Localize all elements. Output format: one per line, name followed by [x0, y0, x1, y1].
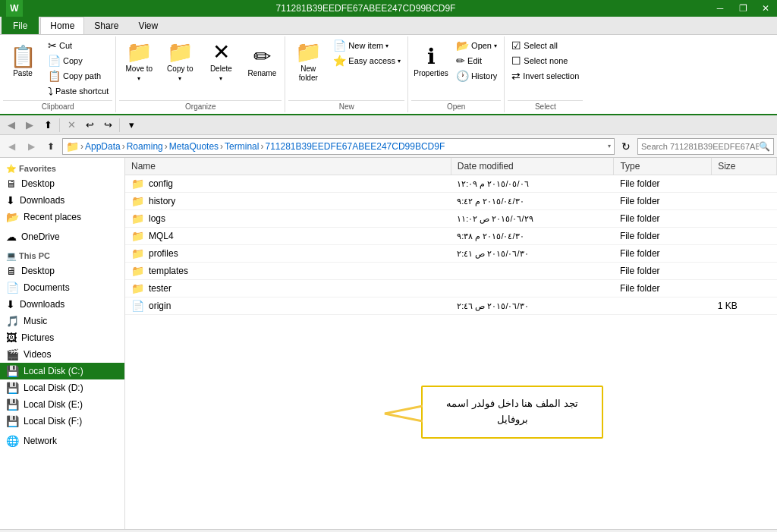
- sidebar-item-recent[interactable]: 📂 Recent places: [0, 209, 124, 225]
- sidebar-item-label: Documents: [24, 282, 70, 293]
- sidebar-item-local-c[interactable]: 💾 Local Disk (C:): [0, 363, 124, 379]
- select-none-button[interactable]: ☐ Select none: [508, 53, 583, 68]
- paste-button[interactable]: 📋 Paste: [3, 38, 42, 87]
- up-button[interactable]: ⬆: [39, 117, 56, 134]
- cell-size: [712, 228, 777, 245]
- rename-button[interactable]: ✏ Rename: [242, 38, 282, 87]
- sidebar-item-pictures[interactable]: 🖼 Pictures: [0, 329, 124, 346]
- refresh-button[interactable]: ↻: [618, 138, 634, 155]
- table-row[interactable]: 📁 logs ٢٠١٥/٠٦/٢٩ ص ١١:٠٢ File folder: [125, 210, 777, 228]
- sidebar-item-label: Downloads: [20, 299, 64, 310]
- breadcrumb-terminal[interactable]: Terminal: [225, 141, 259, 152]
- sidebar-item-documents[interactable]: 📄 Documents: [0, 279, 124, 296]
- col-date[interactable]: Date modified: [451, 158, 614, 175]
- col-type[interactable]: Type: [614, 158, 712, 175]
- close-button[interactable]: ✕: [754, 0, 777, 17]
- search-box[interactable]: 🔍: [637, 138, 774, 155]
- customize-button[interactable]: ▾: [123, 117, 140, 134]
- sidebar-item-local-e[interactable]: 💾 Local Disk (E:): [0, 396, 124, 413]
- open-button[interactable]: 📂 Open ▾: [452, 38, 501, 53]
- status-bar: 7 items: [0, 529, 777, 532]
- cut-button[interactable]: ✂ Cut: [44, 38, 112, 53]
- table-row[interactable]: 📁 MQL4 ٢٠١٥/٠٤/٣٠ م ٩:٣٨ File folder: [125, 228, 777, 245]
- table-row[interactable]: 📁 profiles ٢٠١٥/٠٦/٣٠ ص ٢:٤١ File folder: [125, 245, 777, 263]
- local-f-icon: 💾: [6, 415, 19, 427]
- downloads-pc-icon: ⬇: [6, 298, 15, 310]
- tab-file[interactable]: File: [2, 17, 39, 34]
- sidebar-item-local-f[interactable]: 💾 Local Disk (F:): [0, 413, 124, 430]
- tab-share[interactable]: Share: [84, 17, 128, 34]
- cell-date: ٢٠١٥/٠٤/٣٠ م ٩:٤٢: [451, 193, 614, 210]
- ribbon-group-open: ℹ Properties 📂 Open ▾ ✏ Edit 🕐 History: [408, 36, 505, 112]
- sidebar-item-music[interactable]: 🎵 Music: [0, 313, 124, 329]
- invert-icon: ⇄: [511, 71, 521, 81]
- undo-button[interactable]: ↩: [81, 117, 98, 134]
- col-name[interactable]: Name: [125, 158, 451, 175]
- folder-icon: 📁: [131, 178, 144, 190]
- sidebar-item-downloads[interactable]: ⬇ Downloads: [0, 192, 124, 209]
- nav-back[interactable]: ◀: [3, 138, 20, 155]
- search-icon: 🔍: [759, 141, 770, 152]
- breadcrumb-icon: 📁: [66, 140, 79, 153]
- easy-access-button[interactable]: ⭐ Easy access ▾: [329, 53, 404, 68]
- table-row[interactable]: 📁 history ٢٠١٥/٠٤/٣٠ م ٩:٤٢ File folder: [125, 193, 777, 210]
- ribbon-group-new: 📁 New folder 📄 New item ▾ ⭐ Easy access …: [285, 36, 408, 112]
- move-to-button[interactable]: 📁 Move to ▾: [119, 38, 159, 87]
- breadcrumb-roaming[interactable]: Roaming: [127, 141, 163, 152]
- cell-type: File folder: [614, 175, 712, 193]
- new-item-button[interactable]: 📄 New item ▾: [329, 38, 404, 53]
- copy-to-button[interactable]: 📁 Copy to ▾: [160, 38, 200, 87]
- pictures-icon: 🖼: [6, 332, 17, 344]
- back-button[interactable]: ◀: [3, 117, 20, 134]
- cell-date: [451, 280, 614, 297]
- delete-button[interactable]: ✕ Delete ▾: [201, 38, 241, 87]
- sidebar-item-desktop[interactable]: 🖥 Desktop: [0, 175, 124, 192]
- redo-button[interactable]: ↪: [99, 117, 116, 134]
- sidebar-item-label: Local Disk (E:): [24, 399, 83, 410]
- edit-button[interactable]: ✏ Edit: [452, 53, 501, 68]
- downloads-icon: ⬇: [6, 194, 15, 206]
- sidebar-item-desktop-pc[interactable]: 🖥 Desktop: [0, 263, 124, 279]
- breadcrumb-expand[interactable]: ▾: [608, 143, 611, 150]
- sidebar-item-local-d[interactable]: 💾 Local Disk (D:): [0, 379, 124, 396]
- table-row[interactable]: 📁 tester File folder: [125, 280, 777, 297]
- paste-shortcut-button[interactable]: ⤵ Paste shortcut: [44, 83, 112, 99]
- copy-to-icon: 📁: [167, 42, 193, 63]
- sidebar-item-downloads-pc[interactable]: ⬇ Downloads: [0, 296, 124, 313]
- col-size[interactable]: Size: [712, 158, 777, 175]
- cell-name: 📁 profiles: [125, 245, 451, 263]
- breadcrumb-hash[interactable]: 711281B39EEDFE67ABEE247CD99BCD9F: [265, 141, 445, 152]
- breadcrumb-metaquotes[interactable]: MetaQuotes: [169, 141, 219, 152]
- minimize-button[interactable]: ─: [709, 0, 731, 17]
- search-input[interactable]: [641, 142, 759, 151]
- table-row[interactable]: 📁 config ٢٠١٥/٠٥/٠٦ م ١٢:٠٩ File folder: [125, 175, 777, 193]
- table-row[interactable]: 📄 origin ٢٠١٥/٠٦/٣٠ ص ٢:٤٦ 1 KB: [125, 297, 777, 315]
- copy-icon: 📄: [48, 55, 61, 66]
- breadcrumb-appdata[interactable]: AppData: [85, 141, 121, 152]
- copy-path-button[interactable]: 📋 Copy path: [44, 68, 112, 83]
- undo-cut-button[interactable]: ✕: [63, 117, 80, 134]
- new-folder-button[interactable]: 📁 New folder: [288, 38, 328, 87]
- table-row[interactable]: 📁 templates File folder: [125, 263, 777, 280]
- history-button[interactable]: 🕐 History: [452, 68, 501, 83]
- tab-view[interactable]: View: [128, 17, 168, 34]
- tooltip-line1: تجد الملف هنا داخل فولدر اسمه: [438, 396, 587, 412]
- sidebar-item-onedrive[interactable]: ☁ OneDrive: [0, 228, 124, 245]
- recent-icon: 📂: [6, 211, 19, 223]
- tab-home[interactable]: Home: [40, 17, 84, 34]
- sidebar-item-network[interactable]: 🌐 Network: [0, 433, 124, 449]
- forward-button[interactable]: ▶: [21, 117, 38, 134]
- cell-name: 📄 origin: [125, 297, 451, 315]
- address-breadcrumb[interactable]: 📁 › AppData › Roaming › MetaQuotes › Ter…: [62, 138, 615, 155]
- cell-date: ٢٠١٥/٠٦/٣٠ ص ٢:٤١: [451, 245, 614, 263]
- invert-selection-button[interactable]: ⇄ Invert selection: [508, 68, 583, 83]
- sidebar-item-videos[interactable]: 🎬 Videos: [0, 346, 124, 363]
- select-all-button[interactable]: ☑ Select all: [508, 38, 583, 53]
- onedrive-icon: ☁: [6, 231, 17, 243]
- nav-forward[interactable]: ▶: [23, 138, 39, 155]
- sidebar-item-label: Pictures: [21, 332, 54, 343]
- maximize-button[interactable]: ❐: [731, 0, 754, 17]
- nav-up[interactable]: ⬆: [42, 138, 59, 155]
- copy-button[interactable]: 📄 Copy: [44, 53, 112, 68]
- properties-button[interactable]: ℹ Properties: [411, 38, 451, 87]
